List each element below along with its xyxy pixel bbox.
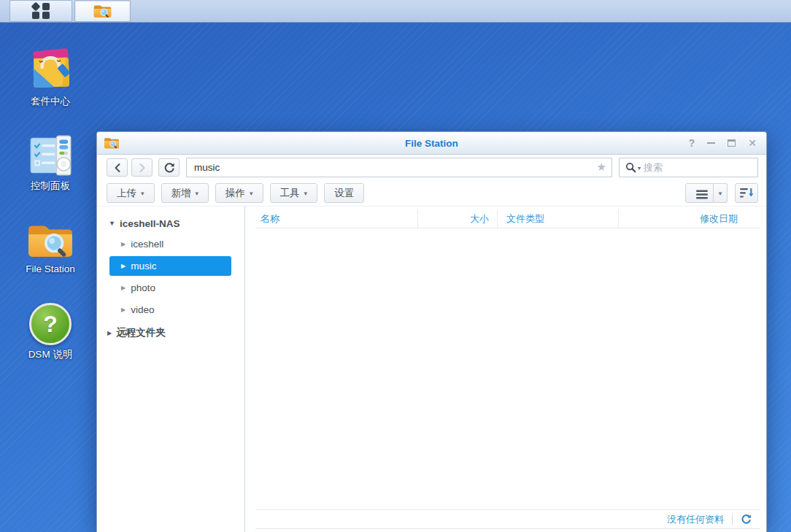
action-button[interactable]: 操作 ▾ [215,183,263,203]
search-input[interactable] [644,162,753,173]
tree-item-video[interactable]: ▶ video [109,300,231,320]
column-header-modified[interactable]: 修改日期 [619,209,760,228]
folder-tree-sidebar: ▼ iceshell-NAS ▶ iceshell ▶ music ▶ phot… [97,207,245,532]
refresh-icon [741,514,752,525]
tools-button[interactable]: 工具 ▾ [270,183,318,203]
main-menu-button[interactable] [9,0,72,22]
dsm-help-icon: ? [14,297,87,345]
caret-down-icon: ▾ [250,190,253,197]
view-mode-caret-button[interactable]: ▾ [714,183,728,203]
list-view-button[interactable] [685,183,714,203]
desktop-icon-file-station[interactable]: File Station [14,212,87,274]
status-bar: 没有任何资料 [255,509,760,529]
desktop-icon-label: 套件中心 [14,95,87,108]
search-box[interactable]: ▾ [619,158,758,177]
file-station-icon [14,212,87,261]
desktop-icon-label: DSM 说明 [14,348,87,361]
status-refresh-button[interactable] [741,514,752,525]
desktop: 套件中心 控制面板 F [0,0,791,532]
column-header-name[interactable]: 名称 [255,209,418,228]
sort-icon [740,188,754,198]
settings-button[interactable]: 设置 [324,183,364,203]
bottom-padding [255,529,760,532]
refresh-button[interactable] [158,158,180,177]
tree-item-photo[interactable]: ▶ photo [109,278,231,298]
close-button[interactable]: ✕ [748,137,757,149]
caret-down-icon: ▾ [196,190,199,197]
tree-item-nas-root[interactable]: ▼ iceshell-NAS [97,212,244,234]
tree-collapsed-icon[interactable]: ▶ [121,241,126,247]
help-button[interactable]: ? [689,137,695,149]
table-header: 名称 大小 文件类型 修改日期 [255,209,760,228]
window-folder-icon [104,136,120,150]
tree-item-music[interactable]: ▶ music [109,256,231,276]
tree-collapsed-icon[interactable]: ▶ [107,330,112,336]
tree-item-iceshell[interactable]: ▶ iceshell [109,234,231,254]
chevron-right-icon [139,163,146,173]
sort-button[interactable] [735,183,758,203]
minimize-button[interactable] [707,142,715,144]
address-bar: ★ [186,158,612,177]
upload-button[interactable]: 上传 ▾ [107,183,155,203]
package-center-icon [14,44,87,92]
bookmark-star-icon[interactable]: ★ [597,161,606,174]
caret-down-icon: ▾ [141,190,144,197]
view-mode-group: ▾ [685,183,728,203]
window-titlebar[interactable]: File Station ? ✕ [97,132,766,155]
main-menu-icon [31,2,50,20]
maximize-button[interactable] [728,139,736,147]
taskbar [0,0,791,23]
list-view-icon [696,190,708,199]
tree-collapsed-icon[interactable]: ▶ [121,285,126,291]
desktop-icon-label: 控制面板 [14,180,87,193]
refresh-icon [163,162,175,174]
desktop-icon-control-panel[interactable]: 控制面板 [14,128,87,193]
control-panel-icon [14,128,87,177]
tree-collapsed-icon[interactable]: ▶ [121,307,126,313]
tree-item-remote-folders[interactable]: ▶ 远程文件夹 [97,322,244,344]
caret-down-icon: ▾ [719,190,722,197]
desktop-icon-dsm-help[interactable]: ? DSM 说明 [14,297,87,361]
file-station-window: File Station ? ✕ [96,131,767,532]
empty-message: 没有任何资料 [667,513,724,526]
desktop-icon-label: File Station [14,263,87,274]
forward-button[interactable] [131,158,153,177]
taskbar-file-station-button[interactable] [74,0,131,22]
toolbar: 上传 ▾ 新增 ▾ 操作 ▾ 工具 ▾ 设置 [97,180,766,207]
status-divider [732,514,733,525]
create-button[interactable]: 新增 ▾ [161,183,209,203]
window-title: File Station [97,132,766,154]
tree-expanded-icon[interactable]: ▼ [109,220,115,227]
navigation-bar: ★ ▾ [97,155,766,180]
address-input[interactable] [186,158,612,177]
search-options-caret-icon[interactable]: ▾ [638,165,641,171]
column-header-size[interactable]: 大小 [418,209,498,228]
chevron-left-icon [114,163,121,173]
file-station-icon [93,4,112,19]
tree-collapsed-icon[interactable]: ▶ [121,263,126,269]
back-button[interactable] [107,158,128,177]
desktop-icon-package-center[interactable]: 套件中心 [14,44,87,108]
window-content: ▼ iceshell-NAS ▶ iceshell ▶ music ▶ phot… [97,207,766,532]
file-list-body [255,228,760,509]
column-header-type[interactable]: 文件类型 [498,209,619,228]
file-list-area: 名称 大小 文件类型 修改日期 没有任何资料 [245,207,766,532]
caret-down-icon: ▾ [304,190,308,197]
search-icon [625,162,636,173]
